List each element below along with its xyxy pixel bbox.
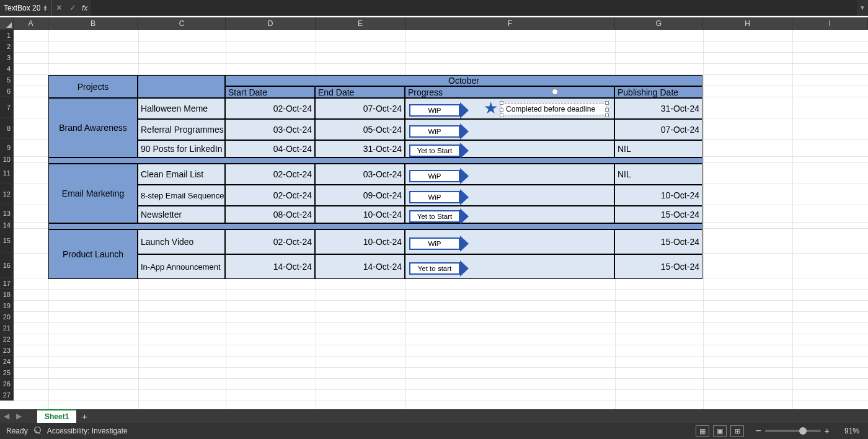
- column-header[interactable]: I: [792, 17, 868, 30]
- start-cell[interactable]: 14-Oct-24: [225, 254, 315, 279]
- pub-cell[interactable]: 15-Oct-24: [614, 254, 702, 279]
- row-header[interactable]: 27: [0, 389, 14, 401]
- resize-handle-sw[interactable]: [500, 113, 503, 117]
- start-cell[interactable]: 02-Oct-24: [225, 98, 315, 119]
- formula-enter-button[interactable]: ✓: [66, 3, 79, 12]
- task-cell[interactable]: 90 Posts for LinkedIn: [138, 140, 225, 157]
- header-progress[interactable]: Progress: [405, 86, 614, 98]
- column-header[interactable]: F: [405, 17, 615, 30]
- header-blank[interactable]: [138, 75, 225, 98]
- end-cell[interactable]: 05-Oct-24: [315, 119, 405, 140]
- progress-tag[interactable]: WiP: [409, 102, 469, 118]
- header-month[interactable]: October: [225, 75, 702, 86]
- formula-bar-expand-icon[interactable]: ▼: [857, 4, 868, 11]
- zoom-slider[interactable]: [765, 430, 821, 432]
- formula-input[interactable]: [91, 0, 857, 16]
- progress-tag[interactable]: WiP: [409, 236, 469, 252]
- resize-handle-ne[interactable]: [605, 101, 609, 105]
- column-header[interactable]: A: [14, 17, 48, 30]
- start-cell[interactable]: 03-Oct-24: [225, 119, 315, 140]
- sheet-tab[interactable]: Sheet1: [37, 409, 76, 423]
- pub-cell[interactable]: 10-Oct-24: [614, 185, 702, 206]
- selected-textbox[interactable]: Completed before deadline: [502, 103, 607, 115]
- start-cell[interactable]: 02-Oct-24: [225, 229, 315, 254]
- formula-cancel-button[interactable]: ✕: [52, 3, 66, 12]
- row-header[interactable]: 20: [0, 311, 14, 322]
- separator-row[interactable]: [48, 157, 702, 164]
- resize-handle-se[interactable]: [605, 113, 609, 117]
- view-pagebreak-button[interactable]: ⊞: [730, 425, 744, 437]
- start-cell[interactable]: 02-Oct-24: [225, 164, 315, 185]
- column-header[interactable]: C: [138, 17, 226, 30]
- header-end[interactable]: End Date: [315, 86, 405, 98]
- pub-cell[interactable]: 31-Oct-24: [614, 98, 702, 119]
- pub-cell[interactable]: NIL: [614, 164, 702, 185]
- task-cell[interactable]: In-App Announcement: [138, 254, 225, 279]
- header-publishing[interactable]: Publishing Date: [614, 86, 702, 98]
- row-header[interactable]: 13: [0, 205, 14, 222]
- row-header[interactable]: 26: [0, 378, 14, 389]
- row-header[interactable]: 19: [0, 300, 14, 311]
- end-cell[interactable]: 07-Oct-24: [315, 98, 405, 119]
- pub-cell[interactable]: 15-Oct-24: [614, 229, 702, 254]
- view-pagelayout-button[interactable]: ▣: [713, 425, 727, 437]
- progress-tag[interactable]: Yet to Start: [409, 208, 469, 224]
- row-header[interactable]: 18: [0, 289, 14, 300]
- accessibility-icon[interactable]: [34, 427, 41, 435]
- row-header[interactable]: 17: [0, 278, 14, 289]
- row-header[interactable]: 14: [0, 222, 14, 228]
- prev-sheet-button[interactable]: ◀: [0, 412, 12, 420]
- row-header[interactable]: 5: [0, 74, 14, 86]
- end-cell[interactable]: 14-Oct-24: [315, 254, 405, 279]
- row-header[interactable]: 10: [0, 156, 14, 162]
- resize-handle-e[interactable]: [605, 108, 609, 112]
- view-normal-button[interactable]: ▦: [696, 425, 709, 437]
- resize-handle-nw[interactable]: [500, 101, 503, 105]
- task-cell[interactable]: Referral Programmes: [138, 119, 225, 140]
- separator-row[interactable]: [48, 223, 702, 229]
- row-header[interactable]: 11: [0, 162, 14, 184]
- task-cell[interactable]: 8-step Email Sequence: [138, 185, 225, 206]
- end-cell[interactable]: 03-Oct-24: [315, 164, 405, 185]
- start-cell[interactable]: 04-Oct-24: [225, 140, 315, 157]
- row-header[interactable]: 9: [0, 139, 14, 156]
- zoom-in-button[interactable]: +: [825, 426, 830, 436]
- row-header[interactable]: 2: [0, 41, 14, 52]
- column-header[interactable]: D: [226, 17, 316, 30]
- header-start[interactable]: Start Date: [225, 86, 315, 98]
- add-sheet-button[interactable]: +: [76, 411, 92, 422]
- zoom-out-button[interactable]: −: [755, 425, 761, 437]
- pub-cell[interactable]: NIL: [614, 140, 702, 157]
- column-header[interactable]: B: [48, 17, 138, 30]
- start-cell[interactable]: 08-Oct-24: [225, 206, 315, 223]
- next-sheet-button[interactable]: ▶: [12, 412, 25, 420]
- task-cell[interactable]: Halloween Meme: [138, 98, 225, 119]
- task-cell[interactable]: Newsletter: [138, 206, 225, 223]
- row-header[interactable]: 15: [0, 228, 14, 253]
- row-header[interactable]: 4: [0, 63, 14, 74]
- row-header[interactable]: 22: [0, 334, 14, 345]
- progress-tag[interactable]: WiP: [409, 168, 469, 184]
- group-emailmarketing[interactable]: Email Marketing: [48, 164, 138, 223]
- row-header[interactable]: 8: [0, 118, 14, 139]
- task-cell[interactable]: Clean Email List: [138, 164, 225, 185]
- group-brandawareness[interactable]: Brand Awareness: [48, 98, 138, 157]
- star-icon[interactable]: ★: [484, 99, 498, 118]
- progress-tag[interactable]: Yet to start: [409, 260, 469, 277]
- end-cell[interactable]: 10-Oct-24: [315, 229, 405, 254]
- resize-handle-w[interactable]: [500, 108, 503, 112]
- rotate-handle[interactable]: [552, 89, 558, 95]
- column-header[interactable]: G: [615, 17, 703, 30]
- row-header[interactable]: 21: [0, 322, 14, 334]
- select-all-button[interactable]: [0, 17, 14, 30]
- row-header[interactable]: 23: [0, 345, 14, 356]
- row-header[interactable]: 7: [0, 97, 14, 118]
- start-cell[interactable]: 02-Oct-24: [225, 185, 315, 206]
- row-header[interactable]: 16: [0, 253, 14, 278]
- pub-cell[interactable]: 07-Oct-24: [614, 119, 702, 140]
- column-header[interactable]: E: [316, 17, 405, 30]
- status-accessibility[interactable]: Accessibility: Investigate: [47, 427, 128, 435]
- zoom-slider-thumb[interactable]: [799, 427, 807, 435]
- end-cell[interactable]: 10-Oct-24: [315, 206, 405, 223]
- progress-tag[interactable]: WiP: [409, 123, 469, 140]
